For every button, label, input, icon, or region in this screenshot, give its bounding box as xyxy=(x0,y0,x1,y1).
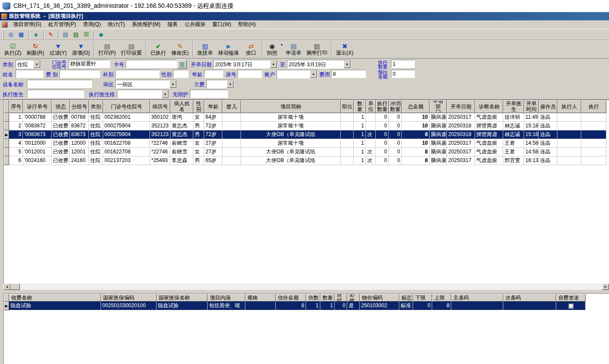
rdp-titlebar[interactable]: CBH_171_16_36_201_3389_administrator - 1… xyxy=(0,0,609,12)
column-header[interactable]: 门诊号住院号 xyxy=(103,100,150,113)
chevron-down-icon[interactable]: ▼ xyxy=(169,80,176,88)
visit-no-input[interactable] xyxy=(68,60,110,68)
column-header[interactable]: 物价编码 xyxy=(360,294,399,302)
table-row[interactable]: 1'0000768已收费00768住院002362001350102唐鸿女64岁… xyxy=(4,113,609,122)
menu-item[interactable]: 帮助(H) xyxy=(234,20,259,29)
column-header[interactable]: 诊断名称 xyxy=(475,100,503,113)
fee-input[interactable] xyxy=(331,70,366,78)
table-row[interactable]: 4'0012000已收费12000住院001622708*22746俞晓雪女27… xyxy=(4,139,609,148)
close-box-button[interactable]: ☒ xyxy=(81,30,91,39)
fee-type-input[interactable] xyxy=(59,70,100,78)
withhold-input[interactable] xyxy=(391,70,415,78)
chevron-down-icon[interactable]: ▼ xyxy=(162,90,169,98)
options-button[interactable]: ▼选项(O) xyxy=(69,41,92,58)
row-selector[interactable] xyxy=(4,122,9,130)
column-header[interactable]: 病历号 xyxy=(150,100,170,113)
execute-button[interactable]: ☑执行(Z) xyxy=(2,41,24,58)
column-header[interactable]: 上限 xyxy=(432,294,451,302)
menu-item[interactable]: 处方管理(P) xyxy=(45,20,79,29)
print-button[interactable]: ▤打印(P) xyxy=(96,41,118,58)
column-header[interactable]: 性别 xyxy=(193,100,204,113)
to-date-select[interactable]: 2025年 3月19日 ▼ xyxy=(287,60,351,68)
column-header[interactable]: 标志 xyxy=(399,294,413,302)
column-header[interactable]: 诊疗单号 xyxy=(23,100,52,113)
exec-doctor-input[interactable] xyxy=(27,90,84,98)
row-selector[interactable] xyxy=(4,148,9,156)
order-date-select[interactable]: 2025年 3月17日 ▼ xyxy=(213,60,277,68)
row-selector[interactable] xyxy=(4,156,9,165)
column-header[interactable]: 婴儿 xyxy=(222,100,241,113)
column-header[interactable]: 状态 xyxy=(52,100,70,113)
eraser-button[interactable]: ◆ xyxy=(96,30,106,39)
row-selector[interactable]: ▶ xyxy=(4,302,9,310)
row-selector[interactable]: ▶ xyxy=(4,130,9,139)
column-header[interactable]: 操作员 xyxy=(539,100,557,113)
document-green-button[interactable]: ▤ xyxy=(71,30,81,39)
column-header[interactable]: 项目简称 xyxy=(241,100,341,113)
category-select[interactable]: 住院 ▼ xyxy=(16,60,41,68)
app-titlebar[interactable]: 医技管理系统 － [医技项目执行] xyxy=(0,12,609,20)
photo-button[interactable]: ◉拍照▼ xyxy=(264,41,283,58)
column-header[interactable]: 倍数 xyxy=(306,294,320,302)
column-header[interactable]: 数量 xyxy=(354,100,366,113)
column-header[interactable]: 开单日期 xyxy=(447,100,475,113)
column-header[interactable]: 类别 xyxy=(89,100,103,113)
row-selector[interactable] xyxy=(4,113,9,122)
column-header[interactable]: 规格 xyxy=(245,294,276,302)
column-header[interactable]: 分组号 xyxy=(70,100,89,113)
menu-item[interactable]: 项目管理(G) xyxy=(10,20,45,29)
column-header[interactable]: 国家医保名称 xyxy=(156,294,208,302)
column-header[interactable]: 总金额 xyxy=(402,100,430,113)
interface-button[interactable]: ⇄接口 xyxy=(241,41,261,58)
chevron-down-icon[interactable]: ▼ xyxy=(270,60,277,68)
card-no-input[interactable] xyxy=(126,60,177,68)
menu-item[interactable]: 公共模块 xyxy=(181,20,209,29)
column-header[interactable]: 估价金额 xyxy=(276,294,306,302)
menu-item[interactable]: 窗口(W) xyxy=(209,20,234,29)
column-header[interactable]: 执行 xyxy=(581,100,606,113)
grid-view-button[interactable]: ▦ xyxy=(16,30,26,39)
filter-button[interactable]: ▼过滤(Y) xyxy=(47,41,69,58)
age-input[interactable] xyxy=(204,70,223,78)
horizontal-scrollbar[interactable]: ◄ ► xyxy=(3,283,609,290)
column-header[interactable]: 开单医 生 xyxy=(503,100,524,113)
document-button[interactable]: ▤ xyxy=(61,30,70,39)
table-row[interactable]: ▶隐血试验002501030020100隐血试验包括粪便、呕8110是25010… xyxy=(4,302,609,310)
refresh-button[interactable]: ↻刷新(R) xyxy=(24,41,47,58)
column-header[interactable]: 次条码 xyxy=(503,294,556,302)
chevron-down-icon[interactable]: ▼ xyxy=(310,70,317,78)
column-header[interactable]: 申请部 门 xyxy=(430,100,447,113)
column-header[interactable]: 病人姓名 xyxy=(170,100,193,113)
print-setup-button[interactable]: ▤打印设置 xyxy=(118,41,144,58)
self-pay-send-checkbox[interactable] xyxy=(568,303,573,309)
chevron-down-icon[interactable]: ▼ xyxy=(227,80,234,88)
dept-type-input[interactable] xyxy=(115,70,160,78)
column-header[interactable]: 数量 xyxy=(320,294,335,302)
gender-input[interactable] xyxy=(173,70,189,78)
mdi-child-icon[interactable] xyxy=(2,22,8,28)
bed-no-input[interactable] xyxy=(238,70,262,78)
wristband-print-button[interactable]: ▥腕带打印 xyxy=(304,41,330,58)
ward-select[interactable]: 一病区 ▼ xyxy=(115,80,177,88)
table-row[interactable]: 5'0012001已收费12001住院001622708*22746俞晓雪女27… xyxy=(4,148,609,156)
exit-button[interactable]: ✖退出(X) xyxy=(333,41,356,58)
exec-qty-input[interactable] xyxy=(391,60,415,68)
table-row[interactable]: ▶3'0083673已收费83673住院000275904352123黄志杰男7… xyxy=(4,130,609,139)
chevron-down-icon[interactable]: ▼ xyxy=(344,60,351,68)
column-header[interactable]: 自付 xyxy=(335,294,347,302)
column-header[interactable]: 国家医保编码 xyxy=(101,294,156,302)
column-header[interactable]: 收费名称 xyxy=(9,294,101,302)
column-header[interactable]: 执行人 xyxy=(557,100,581,113)
zoom-button[interactable]: ◎ xyxy=(6,30,16,39)
tech-order-button[interactable]: ▥医技单 xyxy=(195,41,215,58)
column-header[interactable]: 项目内涵 xyxy=(208,294,245,302)
column-header[interactable]: 序号 xyxy=(9,100,23,113)
table-row[interactable]: 2'0083672已收费83672住院000275904352123黄志杰男72… xyxy=(4,122,609,130)
column-header[interactable]: 年龄 xyxy=(204,100,222,113)
menu-item[interactable]: 查询(Q) xyxy=(79,20,104,29)
account-select[interactable]: ▼ xyxy=(277,70,317,78)
column-header[interactable]: 必收 xyxy=(347,294,360,302)
column-header[interactable]: 冲消 数量 xyxy=(389,100,402,113)
table-row[interactable]: 6'0024160已收费24160住院002137203*25493李忠森男65… xyxy=(4,156,609,165)
chevron-down-icon[interactable]: ▼ xyxy=(33,60,40,68)
